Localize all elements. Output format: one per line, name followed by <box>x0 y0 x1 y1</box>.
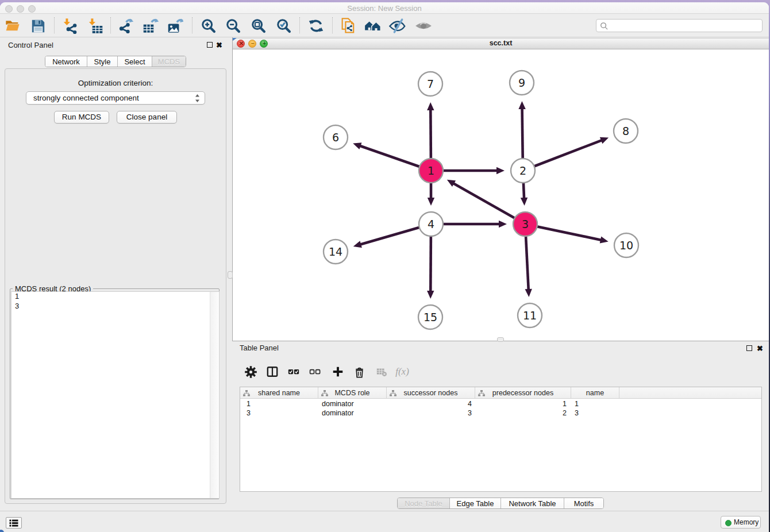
zoom-in-icon <box>201 18 217 34</box>
table-cell[interactable]: 3 <box>571 408 619 418</box>
refresh-icon <box>308 18 324 34</box>
control-panel-tabs: Network Style Select MCDS <box>45 56 186 67</box>
column-header-label: successor nodes <box>404 389 458 397</box>
save-session-button[interactable] <box>28 16 48 36</box>
column-header-MCDS-role[interactable]: MCDS role <box>318 387 387 398</box>
result-item: 3 <box>11 302 219 311</box>
select-all-columns-button[interactable] <box>285 363 302 380</box>
horizontal-split-grabber[interactable] <box>497 337 504 342</box>
control-panel-close-icon[interactable]: ✖ <box>216 41 222 49</box>
tab-edge-table[interactable]: Edge Table <box>450 498 501 508</box>
main-toolbar <box>0 14 769 37</box>
column-header-predecessor-nodes[interactable]: predecessor nodes <box>475 387 571 398</box>
table-panel-tabs: Node Table Edge Table Network Table Moti… <box>397 498 604 509</box>
tab-select[interactable]: Select <box>118 56 152 67</box>
table-cell[interactable]: dominator <box>318 399 387 408</box>
desktop: Session: New Session <box>0 0 770 532</box>
tab-mcds[interactable]: MCDS <box>152 56 186 67</box>
hide-selected-button[interactable] <box>387 16 407 36</box>
export-image-button[interactable] <box>165 16 185 36</box>
table-settings-button[interactable] <box>242 363 259 380</box>
table-row[interactable]: 1dominator411 <box>240 399 761 408</box>
plus-glyph-icon: + <box>260 40 268 48</box>
table-cell[interactable]: 1 <box>571 399 619 408</box>
tab-motifs[interactable]: Motifs <box>564 498 603 508</box>
zoom-fit-button[interactable] <box>249 16 268 36</box>
function-builder-button[interactable]: f(x) <box>394 363 411 380</box>
close-glyph-icon: ✕ <box>237 40 245 48</box>
graph-edge-arrowhead <box>521 198 528 206</box>
show-all-button[interactable] <box>414 16 433 36</box>
tab-node-table[interactable]: Node Table <box>398 498 450 508</box>
table-cell[interactable]: 1 <box>475 399 571 408</box>
show-columns-button[interactable] <box>264 363 281 380</box>
table-cell[interactable]: 3 <box>387 408 475 418</box>
network-view-frame: scc.txt ✕ − + 1234678910111415 <box>233 37 769 341</box>
table-panel-float-icon[interactable] <box>746 345 752 351</box>
tab-network-table[interactable]: Network Table <box>501 498 564 508</box>
column-header-label: MCDS role <box>334 389 369 397</box>
table-delete-icon <box>376 366 387 377</box>
table-cell[interactable]: 1 <box>240 399 318 408</box>
frame-zoom-button[interactable]: + <box>260 40 268 48</box>
memory-button[interactable]: Memory <box>721 516 761 529</box>
delete-columns-button[interactable] <box>351 363 368 380</box>
vertical-split-grabber[interactable] <box>228 271 233 279</box>
network-canvas[interactable]: 1234678910111415 <box>233 49 769 341</box>
close-panel-button[interactable]: Close panel <box>117 111 177 124</box>
table-cell[interactable]: 4 <box>387 399 475 408</box>
unselect-all-columns-button[interactable] <box>306 363 324 380</box>
mcds-result-group: MCDS result (2 nodes) 1 3 <box>10 288 220 499</box>
frame-close-button[interactable]: ✕ <box>237 40 245 48</box>
graph-node-label: 4 <box>428 218 434 230</box>
control-panel-float-icon[interactable] <box>207 42 213 48</box>
table-cell[interactable]: 3 <box>240 408 318 418</box>
table-body: 1dominator4113dominator323 <box>240 399 761 418</box>
refresh-button[interactable] <box>306 16 326 36</box>
open-session-button[interactable] <box>3 16 22 36</box>
zoom-out-button[interactable] <box>224 16 243 36</box>
node-table[interactable]: shared nameMCDS rolesuccessor nodesprede… <box>240 387 762 492</box>
import-network-icon <box>62 18 78 34</box>
table-cell[interactable]: dominator <box>318 408 387 418</box>
table-row[interactable]: 3dominator323 <box>240 408 761 418</box>
export-table-button[interactable] <box>141 16 160 36</box>
run-mcds-button[interactable]: Run MCDS <box>54 111 109 124</box>
toolbar-separator <box>192 17 192 33</box>
network-frame-title: scc.txt <box>233 37 769 49</box>
criterion-select[interactable]: strongly connected component <box>26 91 205 105</box>
eye-slash-icon <box>388 17 406 34</box>
automation-panel-button[interactable] <box>6 517 22 529</box>
zoom-in-button[interactable] <box>199 16 218 36</box>
tab-style[interactable]: Style <box>87 56 118 67</box>
graph-node-label: 14 <box>329 245 342 258</box>
result-list-scrollbar[interactable] <box>210 292 218 498</box>
search-input[interactable] <box>610 20 760 31</box>
nested-networks-button[interactable] <box>363 16 383 36</box>
import-network-button[interactable] <box>60 16 80 36</box>
graph-edge-arrowhead <box>427 102 434 110</box>
column-header-name[interactable]: name <box>571 387 619 398</box>
graph-node-label: 7 <box>427 78 434 90</box>
export-network-button[interactable] <box>116 16 136 36</box>
minus-glyph-icon: − <box>249 40 257 48</box>
duplicate-network-button[interactable] <box>338 16 358 36</box>
import-table-button[interactable] <box>86 16 105 36</box>
column-header-successor-nodes[interactable]: successor nodes <box>387 387 475 398</box>
mcds-result-list[interactable]: 1 3 <box>11 291 220 499</box>
column-header-shared-name[interactable]: shared name <box>240 387 318 398</box>
create-column-button[interactable] <box>329 363 346 380</box>
graph-node-label: 10 <box>619 239 633 252</box>
trash-icon <box>353 366 365 378</box>
table-panel-close-icon[interactable]: ✖ <box>757 345 763 352</box>
toolbar-separator <box>110 17 111 33</box>
minimize-glyph-icon[interactable]: − <box>248 40 256 48</box>
tab-network[interactable]: Network <box>45 56 87 67</box>
search-box[interactable] <box>596 19 763 32</box>
save-icon <box>30 18 46 34</box>
zoom-fit-icon <box>251 18 267 34</box>
table-panel-title: Table Panel <box>240 344 279 352</box>
table-cell[interactable]: 2 <box>475 408 571 418</box>
delete-table-button[interactable] <box>373 363 390 380</box>
zoom-selected-button[interactable] <box>274 16 294 36</box>
